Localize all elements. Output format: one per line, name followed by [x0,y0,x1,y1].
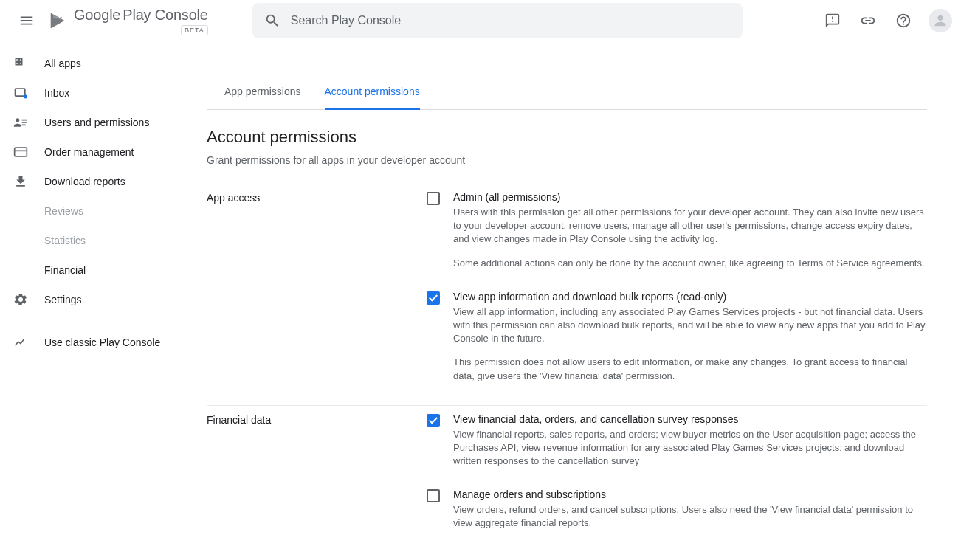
help-icon [895,13,912,29]
account-avatar[interactable] [929,9,952,32]
nav-label: Settings [44,294,82,305]
section-label: App access [207,191,427,383]
checkbox-manage-orders[interactable] [427,489,440,502]
tabs: App permissions Account permissions [207,86,927,110]
card-icon [13,145,28,159]
permission-description: View all app information, including any … [453,305,927,383]
sidebar-item-order-management[interactable]: Order management [0,137,207,167]
permission-title: Manage orders and subscriptions [453,488,927,500]
brand-secondary-text: Play Console [123,7,207,24]
tab-account-permissions[interactable]: Account permissions [325,86,420,110]
search-box[interactable] [252,3,743,38]
tab-app-permissions[interactable]: App permissions [224,86,301,110]
nav-sub-label: Reviews [44,205,83,217]
svg-point-2 [16,118,19,122]
brand-logo[interactable]: Google Play Console BETA [47,7,208,35]
section-app-access: App access Admin (all permissions) Users… [207,184,927,406]
nav-label: Users and permissions [44,117,149,128]
nav-label: All apps [44,58,81,69]
checkbox-view-app-info[interactable] [427,291,440,305]
permission-description: Users with this permission get all other… [453,206,927,270]
sidebar-item-settings[interactable]: Settings [0,285,207,314]
hamburger-menu-button[interactable] [9,3,44,38]
brand-primary-text: Google [74,7,120,24]
top-header: Google Play Console BETA [0,0,961,41]
permission-admin: Admin (all permissions) Users with this … [427,191,927,270]
page-title: Account permissions [207,128,927,147]
permission-description: View financial reports, sales reports, a… [453,428,927,469]
gear-icon [13,292,28,307]
sidebar-item-users-permissions[interactable]: Users and permissions [0,108,207,137]
sidebar-item-inbox[interactable]: Inbox [0,78,207,108]
nav-sub-label: Statistics [44,235,86,246]
sidebar-item-download-reports[interactable]: Download reports [0,167,207,196]
chart-line-icon [13,335,28,350]
permission-view-app-info: View app information and download bulk r… [427,291,927,383]
feedback-icon [824,13,841,29]
nav-label: Order management [44,146,134,158]
permission-view-financial: View financial data, orders, and cancell… [427,413,927,469]
permission-title: View app information and download bulk r… [453,291,927,303]
nav-label: Use classic Play Console [44,336,160,348]
play-logo-icon [47,10,68,31]
svg-rect-3 [15,148,27,156]
permission-manage-orders: Manage orders and subscriptions View ord… [427,488,927,530]
help-button[interactable] [889,6,918,35]
permission-title: View financial data, orders, and cancell… [453,413,927,425]
header-actions [818,6,952,35]
checkbox-admin[interactable] [427,192,440,205]
search-input[interactable] [291,14,731,27]
sidebar-item-classic-console[interactable]: Use classic Play Console [0,328,207,357]
nav-sub-label: Financial [44,264,86,276]
link-icon [860,13,876,29]
checkbox-view-financial[interactable] [427,414,440,427]
sidebar-item-all-apps[interactable]: All apps [0,49,207,78]
menu-icon [18,13,35,29]
download-icon [13,174,28,189]
main-content: App permissions Account permissions Acco… [207,41,945,553]
nav-label: Inbox [44,87,69,99]
apps-icon [13,56,28,71]
search-icon [264,13,280,29]
section-financial-data: Financial data View financial data, orde… [207,406,927,553]
permission-description: View orders, refund orders, and cancel s… [453,503,927,530]
feedback-button[interactable] [818,6,847,35]
permission-title: Admin (all permissions) [453,191,927,203]
users-icon [13,115,28,130]
page-subtitle: Grant permissions for all apps in your d… [207,154,927,166]
person-icon [932,13,948,29]
sidebar-subitem-reviews[interactable]: Reviews [0,196,207,226]
svg-point-1 [24,95,27,99]
sidebar-subitem-financial[interactable]: Financial [0,255,207,285]
sidebar: All apps Inbox Users and permissions Ord… [0,41,207,553]
svg-rect-0 [16,89,25,96]
nav-label: Download reports [44,176,125,187]
inbox-icon [13,86,28,100]
sidebar-subitem-statistics[interactable]: Statistics [0,226,207,255]
beta-badge: BETA [181,25,208,35]
link-button[interactable] [853,6,883,35]
section-label: Financial data [207,413,427,530]
